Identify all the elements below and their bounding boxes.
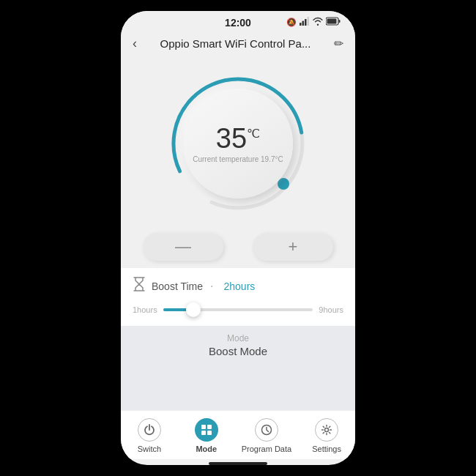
boost-slider[interactable]: [163, 302, 313, 317]
mode-section: Mode Boost Mode: [121, 326, 355, 363]
decrease-button[interactable]: —: [143, 233, 223, 261]
slider-min-label: 1hours: [133, 305, 157, 314]
wifi-icon: [313, 17, 323, 27]
battery-icon: [326, 17, 341, 27]
svg-rect-13: [207, 431, 212, 435]
nav-item-program-data[interactable]: Program Data: [242, 418, 291, 453]
nav-item-switch[interactable]: Switch: [127, 418, 171, 453]
home-indicator: [209, 462, 267, 465]
nav-item-settings[interactable]: Settings: [305, 418, 349, 453]
svg-point-15: [325, 428, 329, 432]
dial-inner: 35℃ Current temperature 19.7°C: [183, 89, 293, 198]
svg-rect-2: [305, 19, 307, 26]
gear-icon: [315, 418, 338, 442]
svg-rect-6: [327, 19, 337, 24]
phone-container: 12:00 🔕 ‹ Oppio Smart WiFi Control Pa...…: [121, 11, 355, 465]
svg-rect-5: [339, 20, 341, 23]
increase-button[interactable]: +: [253, 233, 333, 261]
svg-rect-3: [308, 17, 310, 26]
grid-icon: [195, 418, 218, 442]
edit-button[interactable]: ✏: [334, 37, 343, 51]
nav-item-mode[interactable]: Mode: [185, 418, 228, 453]
boost-value: 2hours: [223, 280, 255, 292]
clock-icon: [255, 418, 278, 442]
svg-rect-12: [201, 431, 206, 435]
bell-icon: 🔕: [286, 18, 297, 27]
back-button[interactable]: ‹: [133, 36, 137, 51]
nav-label-settings: Settings: [312, 445, 341, 453]
card-area: Boost Time · 2hours 1hours 9hours Mode B…: [121, 268, 355, 410]
dial-temperature: 35℃: [216, 124, 260, 152]
thermostat-area: 35℃ Current temperature 19.7°C: [121, 59, 355, 226]
nav-label-switch: Switch: [138, 445, 161, 453]
thermostat-dial[interactable]: 35℃ Current temperature 19.7°C: [165, 70, 311, 217]
boost-slider-row: 1hours 9hours: [133, 302, 343, 317]
power-icon: [138, 418, 161, 442]
svg-rect-1: [302, 21, 305, 26]
header: ‹ Oppio Smart WiFi Control Pa... ✏: [121, 31, 355, 59]
page-title: Oppio Smart WiFi Control Pa...: [143, 37, 328, 50]
status-bar: 12:00 🔕: [121, 11, 355, 31]
boost-card: Boost Time · 2hours 1hours 9hours: [121, 268, 355, 326]
boost-dot: ·: [210, 280, 213, 293]
dial-subtitle: Current temperature 19.7°C: [193, 155, 283, 163]
signal-icon: [300, 17, 310, 27]
boost-header: Boost Time · 2hours: [133, 277, 343, 295]
slider-max-label: 9hours: [319, 305, 343, 314]
bottom-nav: Switch Mode Program Data: [121, 410, 355, 459]
temperature-controls: — +: [121, 226, 355, 268]
svg-rect-11: [207, 425, 212, 429]
hourglass-icon: [133, 277, 146, 295]
svg-rect-10: [201, 425, 206, 429]
boost-label: Boost Time: [152, 280, 203, 292]
mode-title: Mode: [227, 333, 249, 343]
status-time: 12:00: [225, 17, 251, 29]
nav-label-mode: Mode: [196, 445, 217, 453]
slider-thumb[interactable]: [186, 302, 201, 317]
svg-rect-0: [300, 23, 302, 26]
nav-label-program-data: Program Data: [242, 445, 291, 453]
status-icons: 🔕: [286, 17, 341, 27]
mode-value: Boost Mode: [209, 345, 267, 357]
